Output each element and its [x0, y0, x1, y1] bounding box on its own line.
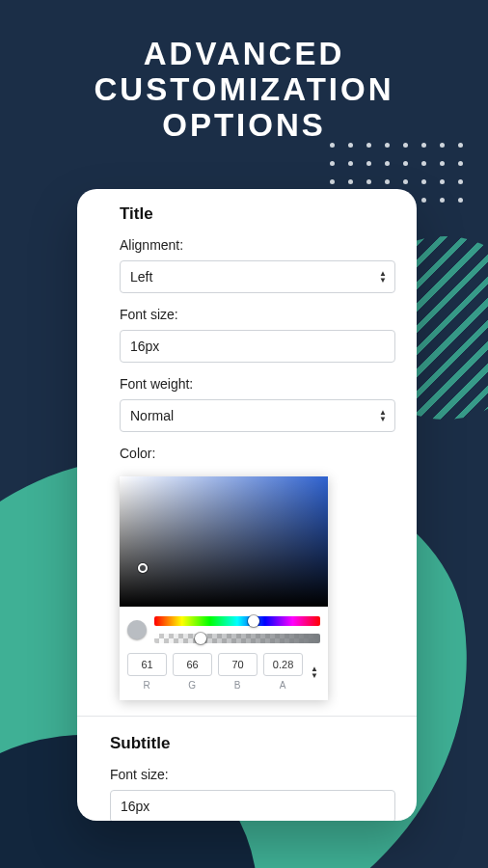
g-input[interactable]: 66 — [173, 653, 212, 676]
hero-line-1: Advanced — [0, 37, 488, 72]
fontsize-label: Font size: — [120, 307, 395, 322]
section-divider — [77, 716, 417, 717]
hue-thumb[interactable] — [248, 615, 259, 627]
a-input[interactable]: 0.28 — [263, 653, 303, 676]
subtitle-section-heading: Subtitle — [77, 732, 417, 763]
color-mode-stepper-icon[interactable]: ▲▼ — [309, 665, 320, 679]
fontsize-value: 16px — [130, 339, 159, 354]
alpha-slider[interactable] — [154, 634, 320, 643]
alignment-select[interactable]: Left ▲▼ — [120, 260, 395, 293]
settings-card: Title Alignment: Left ▲▼ Font size: 16px… — [77, 189, 417, 821]
rgba-inputs: 61 R 66 G 70 B 0.28 A ▲▼ — [120, 649, 328, 700]
select-stepper-icon: ▲▼ — [379, 400, 387, 431]
alpha-thumb[interactable] — [195, 633, 206, 644]
fontweight-label: Font weight: — [120, 376, 395, 392]
hero-heading: Advanced Customization Options — [0, 37, 488, 144]
title-section-heading: Title — [77, 203, 417, 233]
a-label: A — [263, 680, 303, 691]
fontsize-field: Font size: 16px — [77, 303, 417, 372]
saturation-cursor[interactable] — [138, 563, 148, 573]
alignment-value: Left — [130, 269, 152, 285]
subtitle-fontsize-value: 16px — [121, 799, 149, 814]
fontweight-field: Font weight: Normal ▲▼ — [77, 372, 417, 442]
hue-slider[interactable] — [154, 616, 320, 626]
b-label: B — [218, 680, 258, 691]
alignment-field: Alignment: Left ▲▼ — [77, 233, 417, 303]
hero-line-2: Customization — [0, 72, 488, 108]
alignment-label: Alignment: — [120, 237, 395, 253]
color-sliders-row — [120, 607, 328, 649]
hero-line-3: Options — [0, 108, 488, 144]
b-input[interactable]: 70 — [218, 653, 258, 676]
r-input[interactable]: 61 — [127, 653, 167, 676]
subtitle-fontsize-label: Font size: — [110, 767, 395, 782]
r-label: R — [127, 680, 167, 691]
color-picker: 61 R 66 G 70 B 0.28 A ▲▼ — [120, 476, 328, 700]
promo-stage: Advanced Customization Options Title Ali… — [0, 0, 488, 868]
g-label: G — [173, 680, 212, 691]
fontsize-input[interactable]: 16px — [120, 330, 395, 363]
color-label: Color: — [120, 446, 395, 461]
subtitle-fontsize-field: Font size: 16px — [77, 763, 417, 821]
color-field: Color: — [77, 442, 417, 471]
subtitle-fontsize-input[interactable]: 16px — [110, 790, 395, 821]
saturation-canvas[interactable] — [120, 476, 328, 607]
select-stepper-icon: ▲▼ — [379, 261, 387, 292]
fontweight-value: Normal — [130, 408, 174, 423]
fontweight-select[interactable]: Normal ▲▼ — [120, 399, 395, 432]
current-color-swatch — [127, 620, 147, 639]
